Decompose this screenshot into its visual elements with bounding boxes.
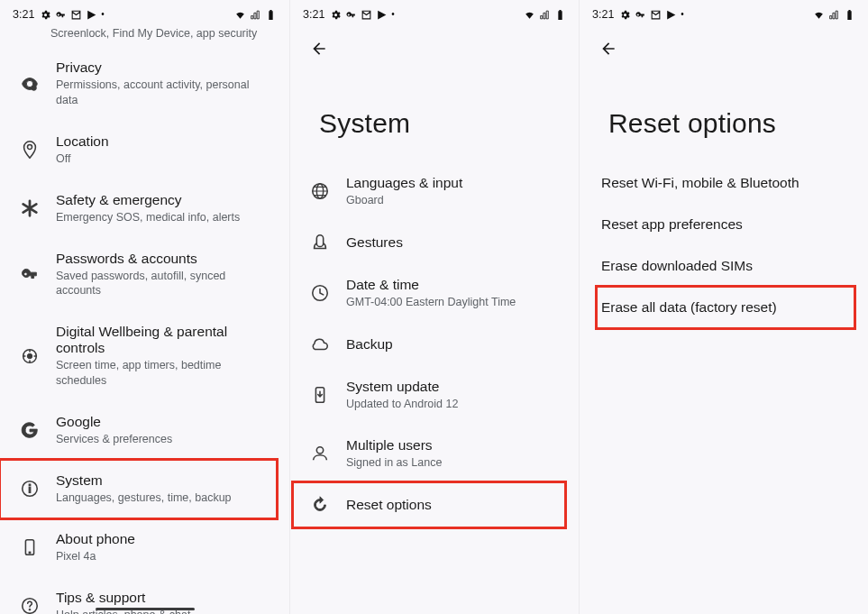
page-title: Reset options	[580, 63, 868, 162]
settings-row-digital-wellbeing-parental-controls[interactable]: Digital Wellbeing & parental controlsScr…	[0, 311, 277, 401]
settings-row-google[interactable]: GoogleServices & preferences	[0, 401, 277, 460]
signal-icon	[828, 9, 840, 21]
status-bar: 3:21 •	[290, 0, 579, 23]
clock-icon	[308, 281, 332, 305]
mail-icon	[361, 9, 372, 21]
row-title: Multiple users	[346, 437, 442, 454]
row-title: Digital Wellbeing & parental controls	[56, 324, 270, 356]
row-title: Languages & input	[346, 175, 462, 191]
key-icon	[55, 9, 67, 21]
row-title: Date & time	[346, 277, 516, 293]
users-icon	[308, 442, 332, 465]
row-title: Tips & support	[56, 590, 190, 606]
settings-row-privacy[interactable]: PrivacyPermissions, account activity, pe…	[0, 47, 277, 121]
globe-icon	[308, 179, 332, 203]
help-icon	[18, 594, 41, 614]
privacy-icon	[18, 72, 41, 96]
row-title: Gestures	[346, 234, 403, 251]
restore-icon	[308, 493, 332, 517]
row-title: Location	[56, 133, 109, 150]
settings-row-reset-options[interactable]: Reset options	[290, 483, 566, 527]
system-list: Languages & inputGboardGesturesDate & ti…	[290, 162, 579, 527]
row-subtitle: Services & preferences	[56, 432, 172, 447]
wellbeing-icon	[18, 344, 41, 368]
battery-icon	[844, 9, 855, 21]
overflow-dot-icon: •	[101, 10, 105, 19]
row-subtitle: Permissions, account activity, personal …	[56, 78, 270, 108]
mail-icon	[650, 9, 662, 21]
location-icon	[18, 138, 41, 161]
row-subtitle: Screen time, app timers, bedtime schedul…	[56, 358, 270, 389]
settings-row-passwords-accounts[interactable]: Passwords & accountsSaved passwords, aut…	[0, 238, 277, 312]
cut-off-subtitle: Screenlock, Find My Device, app security	[0, 23, 289, 47]
settings-list: PrivacyPermissions, account activity, pe…	[0, 47, 289, 614]
row-subtitle: Languages, gestures, time, backup	[56, 490, 232, 506]
settings-row-about-phone[interactable]: About phonePixel 4a	[0, 518, 277, 577]
page-title: System	[290, 63, 579, 162]
asterisk-icon	[18, 197, 41, 220]
row-subtitle: Saved passwords, autofill, synced accoun…	[56, 269, 270, 299]
play-icon	[86, 9, 97, 21]
mail-icon	[70, 9, 82, 21]
settings-row-gestures[interactable]: Gestures	[290, 221, 566, 264]
phone-icon	[18, 536, 41, 559]
wifi-icon	[234, 9, 246, 21]
screenshot-3-reset-options: 3:21 • Reset options Reset Wi-Fi, mobile…	[579, 0, 868, 614]
row-title: About phone	[56, 531, 135, 547]
settings-row-date-time[interactable]: Date & timeGMT-04:00 Eastern Daylight Ti…	[290, 264, 566, 323]
wifi-icon	[524, 9, 535, 21]
settings-row-safety-emergency[interactable]: Safety & emergencyEmergency SOS, medical…	[0, 179, 277, 238]
row-title: Reset options	[346, 497, 432, 513]
status-time: 3:21	[13, 8, 34, 21]
row-subtitle: Updated to Android 12	[346, 397, 458, 412]
battery-icon	[265, 9, 277, 21]
screenshot-1-settings: 3:21 • Screenlock, Find My Device, app s…	[0, 0, 289, 614]
row-title: Passwords & accounts	[56, 251, 270, 267]
row-subtitle: GMT-04:00 Eastern Daylight Time	[346, 295, 516, 310]
google-icon	[18, 418, 41, 442]
gear-icon	[330, 9, 342, 21]
reset-option-erase-downloaded-sims[interactable]: Erase downloaded SIMs	[601, 245, 848, 287]
row-subtitle: Off	[56, 151, 109, 167]
reset-option-reset-wi-fi-mobile-bluetooth[interactable]: Reset Wi-Fi, mobile & Bluetooth	[601, 162, 848, 204]
row-subtitle: Gboard	[346, 193, 462, 208]
back-button[interactable]	[306, 36, 332, 61]
settings-row-system-update[interactable]: System updateUpdated to Android 12	[290, 366, 566, 425]
update-icon	[308, 383, 332, 407]
reset-option-erase-all-data-factory-reset[interactable]: Erase all data (factory reset)	[601, 287, 848, 328]
wifi-icon	[813, 9, 825, 21]
status-bar: 3:21 •	[580, 0, 868, 23]
play-icon	[665, 9, 677, 21]
key-icon	[635, 9, 646, 21]
status-bar: 3:21 •	[0, 0, 289, 23]
settings-row-multiple-users[interactable]: Multiple usersSigned in as Lance	[290, 425, 566, 483]
overflow-dot-icon: •	[681, 10, 684, 19]
row-title: Backup	[346, 336, 393, 353]
gear-icon	[40, 9, 51, 21]
row-title: System update	[346, 379, 458, 395]
info-icon	[18, 477, 41, 500]
status-time: 3:21	[303, 8, 324, 21]
row-title: Privacy	[56, 60, 270, 76]
back-button[interactable]	[596, 36, 621, 61]
signal-icon	[539, 9, 551, 21]
reset-option-reset-app-preferences[interactable]: Reset app preferences	[601, 204, 848, 245]
overflow-dot-icon: •	[391, 10, 395, 19]
screenshot-2-system: 3:21 • System Languages & inputGboardGes…	[289, 0, 579, 614]
key-icon	[18, 262, 41, 286]
row-subtitle: Pixel 4a	[56, 549, 135, 564]
settings-row-backup[interactable]: Backup	[290, 323, 566, 366]
settings-row-location[interactable]: LocationOff	[0, 121, 277, 179]
row-subtitle: Signed in as Lance	[346, 455, 442, 471]
key-icon	[345, 9, 357, 21]
gear-icon	[619, 9, 631, 21]
row-title: Google	[56, 414, 172, 430]
battery-icon	[554, 9, 566, 21]
play-icon	[376, 9, 388, 21]
row-subtitle: Emergency SOS, medical info, alerts	[56, 210, 240, 225]
settings-row-languages-input[interactable]: Languages & inputGboard	[290, 162, 566, 221]
signal-icon	[250, 9, 261, 21]
status-time: 3:21	[592, 8, 614, 21]
home-indicator	[96, 608, 195, 610]
settings-row-system[interactable]: SystemLanguages, gestures, time, backup	[0, 460, 277, 518]
